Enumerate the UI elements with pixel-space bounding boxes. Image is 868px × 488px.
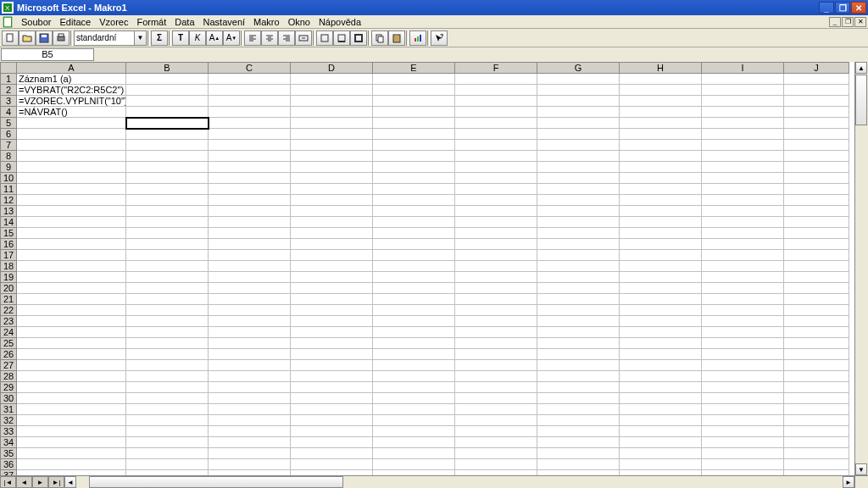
cell-B19[interactable] xyxy=(126,272,209,283)
menu-vzorec[interactable]: Vzorec xyxy=(95,17,132,27)
cell-I13[interactable] xyxy=(702,206,784,217)
cell-F35[interactable] xyxy=(455,448,537,459)
cell-H2[interactable] xyxy=(620,85,702,96)
cell-E7[interactable] xyxy=(373,140,455,151)
cell-I32[interactable] xyxy=(702,415,784,426)
cell-C20[interactable] xyxy=(209,283,291,294)
cell-I29[interactable] xyxy=(702,382,784,393)
cell-H24[interactable] xyxy=(620,327,702,338)
cell-B25[interactable] xyxy=(126,338,209,349)
cell-J36[interactable] xyxy=(784,459,849,470)
cell-A33[interactable] xyxy=(17,426,126,437)
row-header-20[interactable]: 20 xyxy=(1,283,17,294)
style-dropdown-icon[interactable]: ▼ xyxy=(135,30,147,46)
select-all-corner[interactable] xyxy=(1,63,17,74)
cell-C19[interactable] xyxy=(209,272,291,283)
cell-C24[interactable] xyxy=(209,327,291,338)
cell-H10[interactable] xyxy=(620,173,702,184)
cell-C8[interactable] xyxy=(209,151,291,162)
row-header-6[interactable]: 6 xyxy=(1,129,17,140)
row-header-4[interactable]: 4 xyxy=(1,107,17,118)
cell-H23[interactable] xyxy=(620,316,702,327)
cell-E1[interactable] xyxy=(373,74,455,85)
cell-I22[interactable] xyxy=(702,305,784,316)
cell-D3[interactable] xyxy=(291,96,373,107)
cell-J19[interactable] xyxy=(784,272,849,283)
cell-C34[interactable] xyxy=(209,437,291,448)
cell-A9[interactable] xyxy=(17,162,126,173)
cell-E32[interactable] xyxy=(373,415,455,426)
cell-E20[interactable] xyxy=(373,283,455,294)
cell-J2[interactable] xyxy=(784,85,849,96)
cell-D30[interactable] xyxy=(291,393,373,404)
cell-F6[interactable] xyxy=(455,129,537,140)
cell-F17[interactable] xyxy=(455,250,537,261)
cell-E24[interactable] xyxy=(373,327,455,338)
cell-J8[interactable] xyxy=(784,151,849,162)
cell-G20[interactable] xyxy=(537,283,620,294)
cell-D24[interactable] xyxy=(291,327,373,338)
cell-I34[interactable] xyxy=(702,437,784,448)
scroll-up-button[interactable]: ▲ xyxy=(855,62,867,74)
cell-C29[interactable] xyxy=(209,382,291,393)
cell-G5[interactable] xyxy=(537,118,620,129)
cell-F3[interactable] xyxy=(455,96,537,107)
cell-I5[interactable] xyxy=(702,118,784,129)
cell-J23[interactable] xyxy=(784,316,849,327)
cell-D4[interactable] xyxy=(291,107,373,118)
cell-E10[interactable] xyxy=(373,173,455,184)
cell-D21[interactable] xyxy=(291,294,373,305)
row-header-31[interactable]: 31 xyxy=(1,404,17,415)
cell-D12[interactable] xyxy=(291,195,373,206)
row-header-13[interactable]: 13 xyxy=(1,206,17,217)
cell-G7[interactable] xyxy=(537,140,620,151)
menu-data[interactable]: Data xyxy=(170,17,198,27)
tool-button-2[interactable] xyxy=(333,30,350,46)
menu-editace[interactable]: Editace xyxy=(55,17,95,27)
cell-A28[interactable] xyxy=(17,371,126,382)
mdi-close-button[interactable]: ✕ xyxy=(854,17,866,27)
cell-B1[interactable] xyxy=(126,74,209,85)
cell-E14[interactable] xyxy=(373,217,455,228)
row-header-3[interactable]: 3 xyxy=(1,96,17,107)
cell-D34[interactable] xyxy=(291,437,373,448)
cell-A11[interactable] xyxy=(17,184,126,195)
cell-A22[interactable] xyxy=(17,305,126,316)
cell-D31[interactable] xyxy=(291,404,373,415)
cell-C9[interactable] xyxy=(209,162,291,173)
cell-H6[interactable] xyxy=(620,129,702,140)
cell-B35[interactable] xyxy=(126,448,209,459)
cell-C15[interactable] xyxy=(209,228,291,239)
cell-F21[interactable] xyxy=(455,294,537,305)
cell-G9[interactable] xyxy=(537,162,620,173)
cell-G23[interactable] xyxy=(537,316,620,327)
cell-B8[interactable] xyxy=(126,151,209,162)
cell-G27[interactable] xyxy=(537,360,620,371)
col-header-I[interactable]: I xyxy=(702,63,784,74)
cell-J20[interactable] xyxy=(784,283,849,294)
cell-C22[interactable] xyxy=(209,305,291,316)
cell-H18[interactable] xyxy=(620,261,702,272)
cell-F11[interactable] xyxy=(455,184,537,195)
cell-G31[interactable] xyxy=(537,404,620,415)
cell-H4[interactable] xyxy=(620,107,702,118)
cell-I15[interactable] xyxy=(702,228,784,239)
cell-G11[interactable] xyxy=(537,184,620,195)
print-button[interactable] xyxy=(53,30,70,46)
cell-D15[interactable] xyxy=(291,228,373,239)
row-header-24[interactable]: 24 xyxy=(1,327,17,338)
cell-J5[interactable] xyxy=(784,118,849,129)
horizontal-scrollbar[interactable]: |◄ ◄ ► ►| ◄ ► xyxy=(0,475,868,488)
cell-D26[interactable] xyxy=(291,349,373,360)
tab-prev-button[interactable]: ◄ xyxy=(16,476,32,488)
cell-G21[interactable] xyxy=(537,294,620,305)
row-header-26[interactable]: 26 xyxy=(1,349,17,360)
cell-D32[interactable] xyxy=(291,415,373,426)
cell-B3[interactable] xyxy=(126,96,209,107)
cell-F23[interactable] xyxy=(455,316,537,327)
cell-D33[interactable] xyxy=(291,426,373,437)
cell-E2[interactable] xyxy=(373,85,455,96)
cell-E16[interactable] xyxy=(373,239,455,250)
vertical-scrollbar[interactable]: ▲ ▼ xyxy=(854,62,868,475)
cell-G12[interactable] xyxy=(537,195,620,206)
